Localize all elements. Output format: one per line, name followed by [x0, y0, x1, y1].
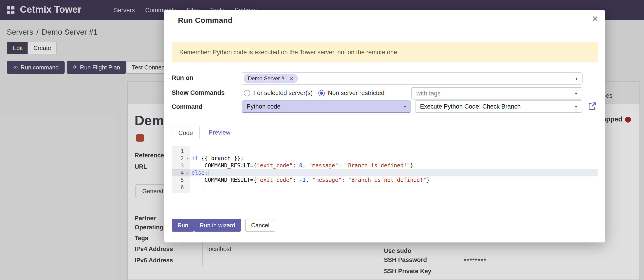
command-select-value: Execute Python Code: Check Branch	[420, 103, 521, 110]
radio-label-non-server-restricted[interactable]: Non server restricted	[328, 90, 384, 97]
radio-label-for-selected-servers[interactable]: For selected server(s)	[253, 90, 313, 97]
code-line[interactable]: else:	[190, 169, 598, 176]
cancel-button[interactable]: Cancel	[245, 219, 275, 232]
dropdown-caret-icon: ▾	[575, 91, 577, 96]
code-line[interactable]	[190, 148, 598, 155]
run-command-modal: Run Command × Remember: Python code is e…	[164, 10, 605, 242]
run-on-field[interactable]: Demo Server #1 ✕ ▾	[242, 72, 582, 85]
run-on-label: Run on	[172, 74, 193, 81]
command-type-value: Python code	[246, 103, 280, 110]
code-line[interactable]: COMMAND_RESULT={"exit_code": 0, "message…	[190, 162, 598, 169]
run-button[interactable]: Run	[172, 219, 194, 232]
editor-gutter: 12▾34▾56	[172, 146, 190, 193]
app: Cetmix Tower Servers Commands Files Tool…	[0, 0, 644, 280]
dropdown-caret-icon: ▾	[404, 104, 406, 109]
run-in-wizard-button[interactable]: Run in wizard	[194, 219, 241, 232]
modal-title: Run Command	[178, 16, 232, 25]
tab-code[interactable]: Code	[172, 126, 200, 139]
server-chip-label: Demo Server #1	[248, 75, 288, 82]
editor-code[interactable]: if {{ branch }}: COMMAND_RESULT={"exit_c…	[190, 146, 598, 193]
dropdown-caret-icon: ▾	[575, 104, 577, 109]
line-number: 5	[172, 176, 190, 184]
command-type-select[interactable]: Python code ▾	[242, 100, 411, 113]
code-editor[interactable]: 12▾34▾56 if {{ branch }}: COMMAND_RESULT…	[172, 146, 598, 193]
command-select[interactable]: Execute Python Code: Check Branch ▾	[415, 100, 582, 113]
show-commands-label: Show Commands	[172, 89, 225, 96]
tab-preview[interactable]: Preview	[202, 126, 237, 139]
line-number: 6	[172, 184, 190, 191]
fold-caret-icon[interactable]: ▾	[186, 170, 189, 177]
line-number: 4▾	[172, 169, 190, 176]
server-chip: Demo Server #1 ✕	[244, 74, 298, 83]
radio-for-selected-servers[interactable]	[244, 90, 250, 96]
line-number: 3	[172, 162, 190, 169]
close-icon[interactable]: ×	[592, 14, 598, 24]
indent-guide	[218, 185, 218, 190]
indent-guide	[204, 185, 205, 190]
code-line[interactable]	[190, 184, 598, 191]
chip-remove-icon[interactable]: ✕	[290, 76, 294, 81]
line-number: 1	[172, 148, 190, 155]
tags-filter-placeholder: with tags	[416, 90, 440, 97]
external-link-icon[interactable]	[588, 102, 596, 110]
line-number: 2▾	[172, 155, 190, 162]
dropdown-caret-icon: ▾	[575, 76, 578, 81]
code-line[interactable]: if {{ branch }}:	[190, 155, 598, 162]
radio-non-server-restricted[interactable]	[318, 90, 325, 96]
text-cursor	[208, 170, 208, 176]
fold-caret-icon[interactable]: ▾	[186, 155, 189, 162]
tags-filter-select[interactable]: with tags ▾	[412, 87, 582, 99]
command-label: Command	[172, 103, 202, 110]
code-line[interactable]: COMMAND_RESULT={"exit_code": -1, "messag…	[190, 176, 598, 184]
warning-banner: Remember: Python code is executed on the…	[172, 42, 598, 62]
